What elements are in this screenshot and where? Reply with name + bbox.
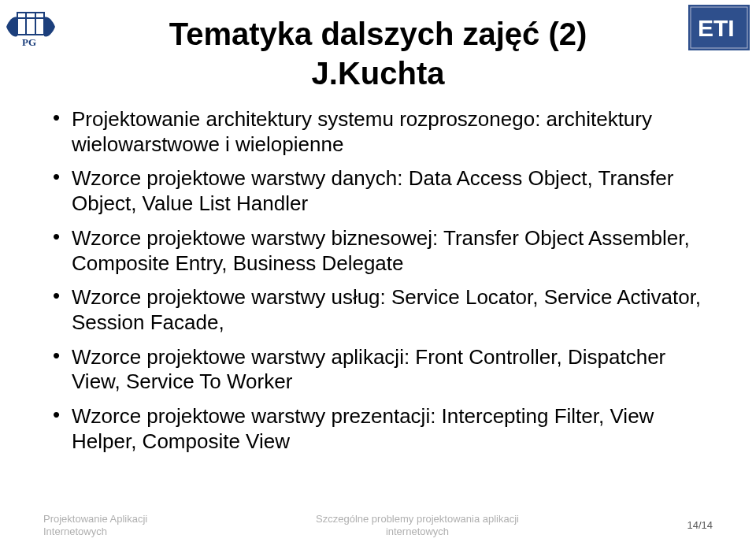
footer-center: Szczególne problemy projektowania aplika… xyxy=(232,513,602,539)
slide-title: Tematyka dalszych zajęć (2) J.Kuchta xyxy=(43,14,713,93)
title-line-2: J.Kuchta xyxy=(312,56,445,91)
svg-text:PG: PG xyxy=(22,36,36,48)
title-line-1: Tematyka dalszych zajęć (2) xyxy=(169,17,587,51)
eti-logo: ETI xyxy=(688,5,750,50)
bullet-item: Wzorce projektowe warstwy usług: Service… xyxy=(51,285,713,335)
footer-left-line2: Internetowych xyxy=(43,525,107,537)
slide-footer: Projektowanie Aplikacji Internetowych Sz… xyxy=(0,513,756,539)
footer-left-line1: Projektowanie Aplikacji xyxy=(43,513,147,525)
footer-page-number: 14/14 xyxy=(602,519,713,531)
bullet-item: Wzorce projektowe warstwy prezentacji: I… xyxy=(51,404,713,454)
footer-center-line1: Szczególne problemy projektowania aplika… xyxy=(316,513,519,525)
bullet-item: Wzorce projektowe warstwy biznesowej: Tr… xyxy=(51,226,713,276)
footer-center-line2: internetowych xyxy=(386,525,449,537)
svg-text:ETI: ETI xyxy=(698,15,735,41)
footer-left: Projektowanie Aplikacji Internetowych xyxy=(43,513,232,539)
bullet-item: Wzorce projektowe warstwy aplikacji: Fro… xyxy=(51,345,713,395)
svg-rect-0 xyxy=(17,13,44,35)
pg-university-logo: PG xyxy=(6,5,55,54)
slide-content: Projektowanie architektury systemu rozpr… xyxy=(51,107,713,455)
bullet-item: Wzorce projektowe warstwy danych: Data A… xyxy=(51,166,713,216)
bullet-item: Projektowanie architektury systemu rozpr… xyxy=(51,107,713,157)
